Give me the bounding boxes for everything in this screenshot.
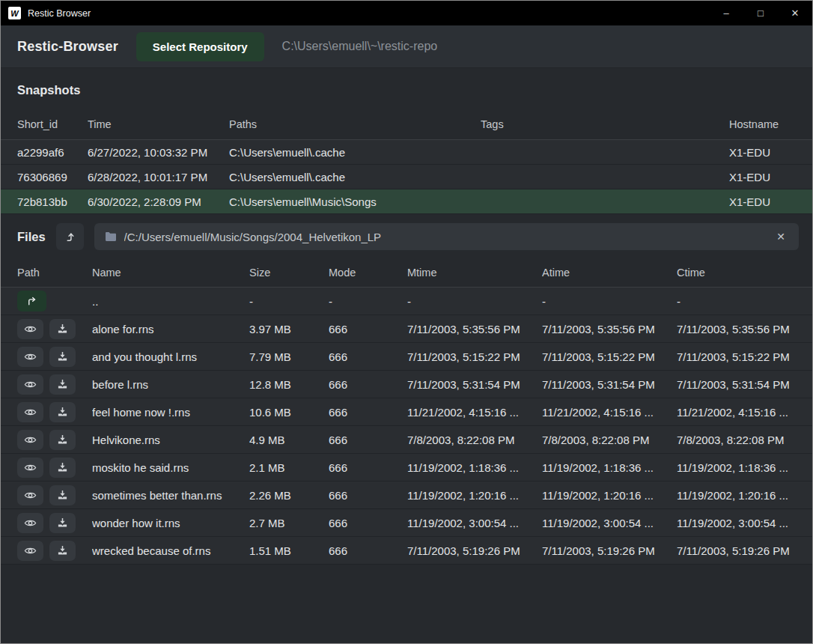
snapshot-time: 6/28/2022, 10:01:17 PM (88, 171, 229, 183)
file-mode: 666 (329, 461, 407, 474)
snapshot-row[interactable]: a2299af6 6/27/2022, 10:03:32 PM C:\Users… (1, 140, 812, 165)
file-mode: 666 (329, 350, 407, 363)
snapshots-section-title: Snapshots (17, 83, 796, 97)
file-size: - (249, 295, 329, 308)
file-row: Helvikone.rns 4.9 MB 666 7/8/2003, 8:22:… (1, 426, 812, 454)
file-name: alone for.rns (92, 323, 249, 335)
app-title: Restic-Browser (17, 39, 118, 55)
snapshot-hostname: X1-EDU (729, 146, 796, 159)
file-atime: 7/11/2003, 5:35:56 PM (542, 323, 677, 335)
file-mtime: 11/19/2002, 3:00:54 ... (407, 517, 542, 529)
preview-file-button[interactable] (17, 513, 43, 533)
file-mtime: 7/8/2003, 8:22:08 PM (407, 434, 542, 446)
download-icon (57, 517, 68, 528)
file-atime: 7/8/2003, 8:22:08 PM (542, 434, 677, 446)
files-toolbar: Files /C:/Users/emuell/Music/Songs/2004_… (17, 222, 799, 251)
download-file-button[interactable] (49, 319, 76, 339)
app-icon: W (8, 7, 21, 19)
download-icon (57, 407, 68, 417)
snapshot-paths: C:\Users\emuell\.cache (229, 146, 481, 159)
download-file-button[interactable] (49, 458, 76, 478)
file-row: sometimes better than.rns 2.26 MB 666 11… (1, 482, 812, 509)
snapshot-paths: C:\Users\emuell\.cache (229, 171, 481, 183)
preview-file-button[interactable] (17, 541, 43, 561)
snapshots-table-header: Short_id Time Paths Tags Hostname (1, 109, 812, 140)
eye-icon (24, 352, 37, 362)
preview-file-button[interactable] (17, 374, 43, 395)
current-path-text: /C:/Users/emuell/Music/Songs/2004_Helvet… (124, 231, 767, 243)
file-mode: 666 (329, 378, 407, 391)
current-path-input[interactable]: /C:/Users/emuell/Music/Songs/2004_Helvet… (94, 223, 799, 250)
file-mode: 666 (329, 517, 407, 529)
maximize-button[interactable]: □ (743, 1, 778, 25)
column-header-atime: Atime (542, 267, 677, 279)
preview-file-button[interactable] (17, 458, 43, 478)
file-atime: 7/11/2003, 5:15:22 PM (542, 350, 677, 363)
file-ctime: 11/19/2002, 1:20:16 ... (677, 489, 796, 502)
file-mode: 666 (329, 544, 407, 557)
file-mtime: 7/11/2003, 5:31:54 PM (407, 378, 542, 391)
preview-file-button[interactable] (17, 347, 43, 367)
preview-file-button[interactable] (17, 402, 43, 422)
file-atime: 7/11/2003, 5:19:26 PM (542, 544, 677, 557)
file-row: wonder how it.rns 2.7 MB 666 11/19/2002,… (1, 509, 812, 537)
file-size: 2.1 MB (249, 461, 329, 474)
up-right-arrow-icon (26, 296, 37, 307)
download-icon (57, 462, 68, 473)
folder-icon (105, 231, 117, 242)
file-atime: 7/11/2003, 5:31:54 PM (542, 378, 677, 391)
file-mtime: 11/19/2002, 1:18:36 ... (407, 461, 542, 474)
file-name: wonder how it.rns (92, 517, 249, 529)
download-file-button[interactable] (49, 347, 76, 367)
file-atime: 11/21/2002, 4:15:16 ... (542, 406, 677, 419)
preview-file-button[interactable] (17, 430, 43, 450)
column-header-name: Name (92, 267, 249, 279)
download-file-button[interactable] (49, 541, 76, 561)
eye-icon (24, 546, 37, 556)
eye-icon (24, 518, 37, 528)
file-ctime: 11/21/2002, 4:15:16 ... (677, 406, 796, 419)
file-ctime: - (677, 295, 796, 308)
file-mode: 666 (329, 434, 407, 446)
column-header-hostname: Hostname (729, 118, 796, 130)
file-size: 10.6 MB (249, 406, 329, 419)
select-repository-button[interactable]: Select Repository (136, 32, 264, 61)
download-file-button[interactable] (49, 374, 76, 395)
download-file-button[interactable] (49, 430, 76, 450)
snapshots-table-body: a2299af6 6/27/2022, 10:03:32 PM C:\Users… (1, 140, 812, 214)
snapshot-short-id: a2299af6 (17, 146, 88, 159)
column-header-size: Size (249, 267, 329, 279)
file-row: feel home now !.rns 10.6 MB 666 11/21/20… (1, 398, 812, 426)
snapshot-short-id: 72b813bb (17, 195, 88, 208)
download-file-button[interactable] (49, 513, 76, 533)
repository-path-field[interactable]: C:\Users\emuell\~\restic-repo (282, 40, 438, 53)
column-header-mtime: Mtime (407, 267, 542, 279)
go-up-button[interactable] (17, 291, 46, 312)
snapshot-time: 6/27/2022, 10:03:32 PM (88, 146, 229, 159)
close-button[interactable]: ✕ (778, 1, 812, 25)
file-mode: 666 (329, 489, 407, 502)
file-mtime: - (407, 295, 542, 308)
file-name: feel home now !.rns (92, 406, 249, 419)
snapshot-row[interactable]: 76306869 6/28/2022, 10:01:17 PM C:\Users… (1, 165, 812, 189)
minimize-button[interactable]: – (709, 1, 743, 25)
file-mode: 666 (329, 406, 407, 419)
file-size: 7.79 MB (249, 350, 329, 363)
download-icon (57, 490, 68, 500)
download-file-button[interactable] (49, 485, 76, 505)
preview-file-button[interactable] (17, 485, 43, 505)
app-window: W Restic Browser – □ ✕ Restic-Browser Se… (0, 0, 813, 644)
download-file-button[interactable] (49, 402, 76, 422)
top-bar: Restic-Browser Select Repository C:\User… (1, 25, 812, 68)
snapshot-row[interactable]: 72b813bb 6/30/2022, 2:28:09 PM C:\Users\… (1, 189, 812, 214)
file-atime: 11/19/2002, 3:00:54 ... (542, 517, 677, 529)
clear-path-button[interactable]: ✕ (773, 229, 788, 244)
column-header-path: Path (17, 267, 92, 279)
file-mode: 666 (329, 323, 407, 335)
parent-directory-button[interactable] (56, 223, 84, 250)
file-mtime: 7/11/2003, 5:19:26 PM (407, 544, 542, 557)
preview-file-button[interactable] (17, 319, 43, 339)
file-size: 3.97 MB (249, 323, 329, 335)
file-size: 12.8 MB (249, 378, 329, 391)
file-size: 2.7 MB (249, 517, 329, 529)
